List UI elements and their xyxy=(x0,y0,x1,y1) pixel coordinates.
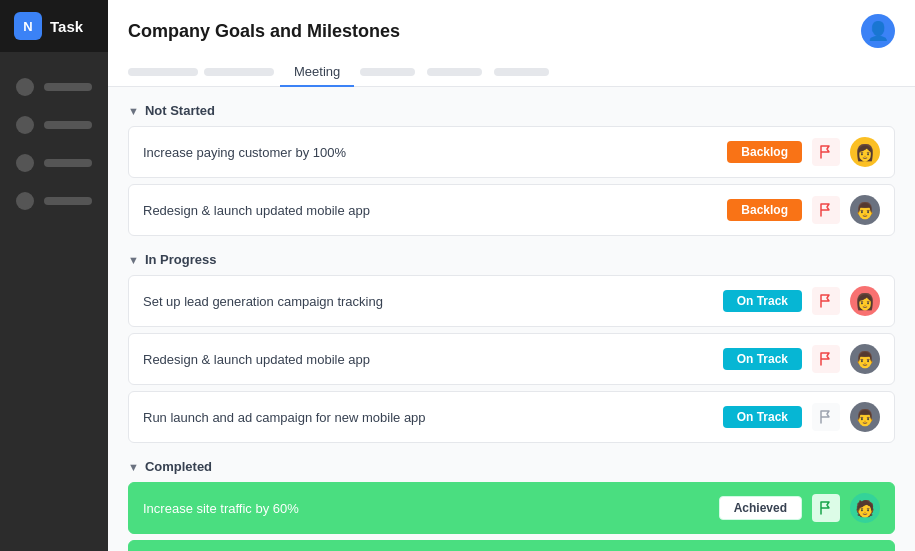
section-title: In Progress xyxy=(145,252,217,267)
flag-button[interactable] xyxy=(812,403,840,431)
content-area: ▼ Not Started Increase paying customer b… xyxy=(108,87,915,551)
chevron-icon: ▼ xyxy=(128,254,139,266)
logo-text: N xyxy=(23,19,32,34)
goal-label: Increase paying customer by 100% xyxy=(143,145,717,160)
nav-line xyxy=(44,159,92,167)
tab-pill-4[interactable] xyxy=(427,68,482,76)
assignee-avatar: 👩 xyxy=(850,286,880,316)
nav-line xyxy=(44,121,92,129)
status-badge: On Track xyxy=(723,348,802,370)
section-not-started: ▼ Not Started Increase paying customer b… xyxy=(128,103,895,236)
flag-button[interactable] xyxy=(812,196,840,224)
sidebar-item[interactable] xyxy=(0,182,108,220)
goal-row: Increase paying customer by 100% Backlog… xyxy=(128,126,895,178)
main-content: Company Goals and Milestones 👤 Meeting ▼… xyxy=(108,0,915,551)
nav-line xyxy=(44,83,92,91)
tab-meeting[interactable]: Meeting xyxy=(280,58,354,87)
flag-button[interactable] xyxy=(812,345,840,373)
tab-pill-5[interactable] xyxy=(494,68,549,76)
chevron-icon: ▼ xyxy=(128,105,139,117)
sidebar: N Task xyxy=(0,0,108,551)
nav-dot xyxy=(16,154,34,172)
main-header: Company Goals and Milestones 👤 Meeting xyxy=(108,0,915,87)
goal-label: Run launch and ad campaign for new mobil… xyxy=(143,410,713,425)
goal-row-completed: Launch an outside sales team Achieved 🧑 xyxy=(128,540,895,551)
tab-pill-3[interactable] xyxy=(360,68,415,76)
page-title: Company Goals and Milestones xyxy=(128,21,400,42)
sidebar-header[interactable]: N Task xyxy=(0,0,108,52)
assignee-avatar: 👩 xyxy=(850,137,880,167)
assignee-avatar: 👨 xyxy=(850,402,880,432)
app-name: Task xyxy=(50,18,83,35)
goal-row: Run launch and ad campaign for new mobil… xyxy=(128,391,895,443)
sidebar-nav xyxy=(0,52,108,236)
user-avatar[interactable]: 👤 xyxy=(861,14,895,48)
assignee-avatar: 🧑 xyxy=(850,493,880,523)
status-badge: On Track xyxy=(723,406,802,428)
sidebar-item[interactable] xyxy=(0,144,108,182)
status-badge: Backlog xyxy=(727,141,802,163)
status-badge: Achieved xyxy=(719,496,802,520)
goal-row: Redesign & launch updated mobile app Bac… xyxy=(128,184,895,236)
status-badge: On Track xyxy=(723,290,802,312)
goal-row: Redesign & launch updated mobile app On … xyxy=(128,333,895,385)
nav-line xyxy=(44,197,92,205)
status-badge: Backlog xyxy=(727,199,802,221)
tab-pill-2[interactable] xyxy=(204,68,274,76)
flag-button[interactable] xyxy=(812,287,840,315)
nav-dot xyxy=(16,78,34,96)
flag-button[interactable] xyxy=(812,494,840,522)
assignee-avatar: 👨 xyxy=(850,344,880,374)
app-logo: N xyxy=(14,12,42,40)
assignee-avatar: 👨 xyxy=(850,195,880,225)
goal-label: Set up lead generation campaign tracking xyxy=(143,294,713,309)
section-in-progress: ▼ In Progress Set up lead generation cam… xyxy=(128,252,895,443)
goal-row: Set up lead generation campaign tracking… xyxy=(128,275,895,327)
goal-label: Redesign & launch updated mobile app xyxy=(143,352,713,367)
goal-label: Redesign & launch updated mobile app xyxy=(143,203,717,218)
nav-dot xyxy=(16,192,34,210)
tab-pill-1[interactable] xyxy=(128,68,198,76)
section-title: Completed xyxy=(145,459,212,474)
chevron-icon: ▼ xyxy=(128,461,139,473)
flag-button[interactable] xyxy=(812,138,840,166)
nav-dot xyxy=(16,116,34,134)
sidebar-item[interactable] xyxy=(0,68,108,106)
sidebar-item[interactable] xyxy=(0,106,108,144)
goal-row-completed: Increase site traffic by 60% Achieved 🧑 xyxy=(128,482,895,534)
goal-label: Increase site traffic by 60% xyxy=(143,501,709,516)
section-title: Not Started xyxy=(145,103,215,118)
section-completed: ▼ Completed Increase site traffic by 60%… xyxy=(128,459,895,551)
tabs-row: Meeting xyxy=(128,58,895,86)
